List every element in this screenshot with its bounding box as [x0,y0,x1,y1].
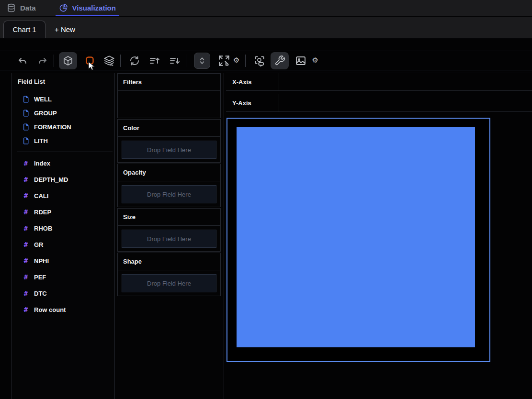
field-item-well[interactable]: WELL [12,92,114,106]
color-dropzone[interactable]: Drop Field Here [122,141,216,159]
tab-visualization[interactable]: Visualization [59,0,116,16]
toolbar-divider [186,55,186,67]
toolbar-divider [54,55,54,67]
undo-icon[interactable] [16,55,29,67]
layers-icon[interactable] [103,55,115,67]
filters-drop-area[interactable] [118,91,220,118]
lens-annotation-icon[interactable] [253,55,266,67]
filters-title: Filters [118,74,220,91]
shape-section: Shape Drop Field Here [117,253,221,296]
text-field-icon [23,137,29,144]
shape-dropzone[interactable]: Drop Field Here [122,274,216,292]
tab-chart-1[interactable]: Chart 1 [3,21,45,38]
new-chart-label: + New [55,25,75,33]
field-item-label: DEPTH_MD [34,176,68,183]
field-list: WELL GROUP FORMATION LITH [12,92,114,318]
field-item-label: GROUP [34,110,57,117]
field-item-label: NPHI [34,257,49,265]
numeric-field-icon: # [23,159,29,167]
redo-icon[interactable] [36,55,49,67]
field-item-group[interactable]: GROUP [12,106,114,120]
y-axis-drop-area[interactable] [279,94,532,111]
app-window: Data Visualization Chart 1 + New [0,0,532,399]
field-item-dtc[interactable]: # DTC [12,285,114,301]
field-list-panel: Field List WELL GROUP FORMATION [11,73,115,399]
chart-tab-label: Chart 1 [12,25,36,33]
plot-frame[interactable] [226,118,490,362]
opacity-dropzone[interactable]: Drop Field Here [122,185,216,203]
new-chart-button[interactable]: + New [51,21,79,38]
field-item-lith[interactable]: LITH [12,134,114,148]
y-axis-label: Y-Axis [226,94,279,111]
numeric-field-icon: # [23,306,29,313]
field-item-label: PEF [34,274,46,281]
field-list-title: Field List [12,73,114,89]
size-title: Size [118,209,220,226]
text-field-icon [23,96,29,103]
toolbar: ⚙ ⚙ [0,51,532,70]
square-2d-view-icon[interactable] [84,55,96,67]
field-item-rdep[interactable]: # RDEP [12,204,114,220]
field-item-formation[interactable]: FORMATION [12,120,114,134]
toolbar-divider [245,55,246,67]
field-item-pef[interactable]: # PEF [12,269,114,285]
fit-settings-gear-icon[interactable]: ⚙ [233,57,239,64]
size-section: Size Drop Field Here [117,208,221,252]
field-item-gr[interactable]: # GR [12,236,114,253]
field-item-label: GR [34,241,44,248]
color-title: Color [118,120,220,137]
numeric-field-icon: # [23,273,29,281]
toolbar-divider [120,55,121,67]
size-dropzone[interactable]: Drop Field Here [122,230,216,248]
tab-data-label: Data [20,4,36,12]
shape-title: Shape [118,253,220,270]
image-export-icon[interactable] [294,55,307,67]
fit-to-screen-icon[interactable] [218,55,230,67]
field-list-divider [17,152,113,152]
numeric-field-icon: # [23,192,29,200]
field-item-row-count[interactable]: # Row count [12,301,114,318]
field-item-label: DTC [34,290,47,297]
field-item-index[interactable]: # index [12,155,114,171]
x-axis-row: X-Axis [226,73,532,91]
x-axis-label: X-Axis [226,73,279,90]
database-icon [7,3,16,12]
field-item-depth-md[interactable]: # DEPTH_MD [12,171,114,188]
pie-chart-icon [59,3,68,12]
field-item-cali[interactable]: # CALI [12,188,114,204]
text-field-icon [23,110,29,117]
field-item-nphi[interactable]: # NPHI [12,253,114,269]
field-item-label: CALI [34,192,48,200]
numeric-field-icon: # [23,224,29,232]
tab-visualization-label: Visualization [72,4,116,12]
cube-3d-view-button[interactable] [59,52,77,69]
field-item-label: WELL [34,96,52,103]
text-field-icon [23,123,29,131]
sort-descending-icon[interactable] [169,55,181,67]
chart-tab-bar: Chart 1 + New [0,17,532,38]
numeric-field-icon: # [23,289,29,297]
field-item-rhob[interactable]: # RHOB [12,220,114,236]
field-item-label: RDEP [34,209,51,216]
numeric-field-icon: # [23,176,29,183]
refresh-icon[interactable] [128,55,141,67]
field-item-label: index [34,160,50,167]
top-nav: Data Visualization [0,0,532,16]
plot-marks [237,127,475,347]
swap-vertical-button[interactable] [194,53,210,69]
field-item-label: LITH [34,137,48,144]
sort-ascending-icon[interactable] [148,55,161,67]
x-axis-drop-area[interactable] [279,73,532,90]
y-axis-row: Y-Axis [226,94,532,112]
wrench-tools-button[interactable] [271,52,289,69]
filters-section: Filters [117,73,221,118]
numeric-field-icon: # [23,241,29,248]
field-item-label: FORMATION [34,123,71,131]
tab-data[interactable]: Data [7,0,36,16]
field-item-label: RHOB [34,225,52,232]
numeric-field-icon: # [23,208,29,216]
encodings-panel: Filters Color Drop Field Here Opacity Dr… [115,73,224,399]
color-section: Color Drop Field Here [117,119,221,163]
opacity-section: Opacity Drop Field Here [117,164,221,207]
export-settings-gear-icon[interactable]: ⚙ [312,57,318,64]
